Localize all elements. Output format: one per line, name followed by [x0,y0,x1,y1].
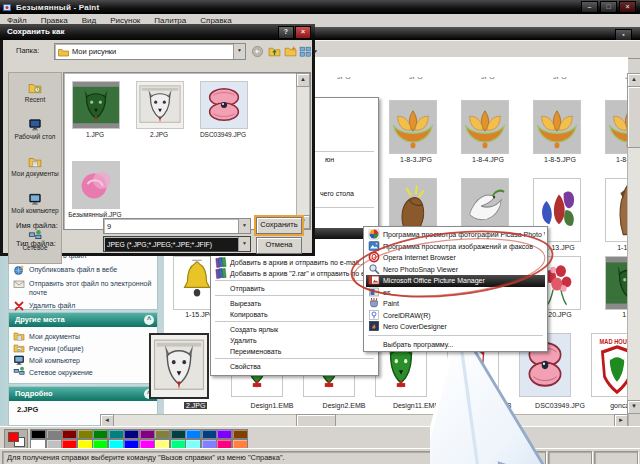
folder-label: Папка: [16,46,39,55]
folder-combobox[interactable]: Мои рисунки ▼ [54,43,246,60]
palette-color-#8000FF[interactable] [216,429,232,439]
filetype-label: Тип файла: [16,239,56,248]
dialog-scroll-up-button[interactable]: ▲ [296,73,310,87]
folder-icon [58,47,69,57]
context-menu-item-переименовать[interactable]: Переименовать [213,346,376,357]
folder-value: Мои рисунки [72,47,116,56]
up-folder-icon[interactable] [268,44,281,57]
dialog-list-scrollbar[interactable] [296,73,310,229]
menu-separator [215,295,374,296]
corel-icon [368,310,380,322]
open-with-item-coreldraw-r-[interactable]: CorelDRAW(R) [366,310,545,322]
dialog-file-2.JPG[interactable] [136,81,184,129]
winrar-icon [215,268,227,279]
picasa-icon [368,229,380,241]
dialog-file-Безымянный.JPG[interactable] [72,161,120,209]
open-with-item-microsoft-office-picture-manager[interactable]: Microsoft Office Picture Manager [366,275,545,287]
open-with-item-paint[interactable]: Paint [366,298,545,310]
vertical-scrollbar-thumb[interactable] [627,86,640,148]
dialog-body: Папка: Мои рисунки ▼ ▼ RecentРабочий сто… [3,40,312,253]
palette-color-#008080[interactable] [108,429,124,439]
nero-cover-icon [368,321,380,333]
places-bar-recent[interactable]: Recent [9,81,61,103]
filetype-value: JPEG (*.JPG;*.JPEG;*.JPE;*.JFIF) [107,241,212,248]
picture-manager-icon [368,275,380,287]
places-bar-мои-документы[interactable]: Мои документы [9,155,61,177]
context-menu-item-добавить-в-архив-и-отправить-по-e-mail-[interactable]: Добавить в архив и отправить по e-mail..… [213,257,376,268]
new-folder-icon[interactable] [284,44,297,57]
menu-separator [215,321,374,322]
open-with-item-программа-просмотра-фотографий-picasa-photo-viewer[interactable]: Программа просмотра фотографий Picasa Ph… [366,229,545,241]
context-menu-item-вырезать[interactable]: Вырезать [213,298,376,309]
palette-color-#004080[interactable] [201,429,217,439]
cancel-button[interactable]: Отмена [256,237,302,254]
menu-separator [215,280,374,281]
places-bar-рабочий-стол[interactable]: Рабочий стол [9,118,61,140]
context-menu-item-копировать[interactable]: Копировать [213,309,376,320]
palette-color-#008000[interactable] [92,429,108,439]
menu-separator [368,335,543,336]
filetype-dropdown-arrow[interactable]: ▼ [238,237,250,251]
palette-color-#004040[interactable] [170,429,186,439]
palette-color-#000080[interactable] [123,429,139,439]
photosnap-icon [368,264,380,276]
dialog-titlebar[interactable]: Сохранить как ? × [0,24,315,40]
palette-color-#800000[interactable] [61,429,77,439]
dialog-close-button[interactable]: × [295,26,311,39]
foreground-color-swatch [8,432,19,442]
context-menu-item-добавить-в-архив-2-rar-и-отправить-по-e-mail[interactable]: Добавить в архив "2.rar" и отправить по … [213,268,376,279]
places-bar-мой-компьютер[interactable]: Мой компьютер [9,192,61,214]
dialog-file-label: Безымянный.JPG [63,211,127,218]
screen: Безымянный - Paint –□× ФайлПравкаВидРису… [0,0,640,464]
paint-icon [368,298,380,310]
dialog-title: Сохранить как [7,27,65,36]
current-color-indicator[interactable] [4,429,28,449]
es-icon [368,287,380,299]
open-with-item-opera-internet-browser[interactable]: Opera Internet Browser [366,252,545,264]
views-dropdown-arrow[interactable]: ▼ [313,48,326,61]
hidden-menu-item-fragment[interactable]: чего стола [320,190,354,197]
dialog-help-button[interactable]: ? [278,26,294,39]
open-with-submenu: Программа просмотра фотографий Picasa Ph… [363,226,548,352]
context-menu-item-удалить[interactable]: Удалить [213,335,376,346]
palette-color-#804000[interactable] [232,429,248,439]
palette-color-#000000[interactable] [30,429,46,439]
opera-icon [368,252,380,264]
save-as-dialog: Сохранить как ? × Папка: Мои рисунки ▼ ▼… [0,24,315,256]
filename-input[interactable]: 9 ▼ [103,218,251,234]
palette-color-#800080[interactable] [139,429,155,439]
filename-value: 9 [107,222,111,231]
folder-dropdown-arrow[interactable]: ▼ [233,44,245,59]
filename-label: Имя файла: [16,221,58,230]
views-icon[interactable] [299,44,312,57]
places-bar: RecentРабочий столМои документыМой компь… [8,72,62,264]
dialog-file-1.JPG[interactable] [72,81,120,129]
fax-viewer-icon [368,241,380,253]
context-menu-item-свойства[interactable]: Свойства [213,361,376,372]
menu-separator [215,358,374,359]
dialog-file-label: 2.JPG [127,131,191,138]
winrar-icon [215,257,227,268]
open-with-item-программа-просмотра-изображений-и-факсов[interactable]: Программа просмотра изображений и факсов [366,241,545,253]
context-menu-item-отправить[interactable]: Отправить▶ [213,283,376,294]
dialog-file-label: 1.JPG [63,131,127,138]
palette-color-#0080FF[interactable] [185,429,201,439]
open-with-item-nero-coverdesigner[interactable]: Nero CoverDesigner [366,321,545,333]
open-with-item-nero-photosnap-viewer[interactable]: Nero PhotoSnap Viewer [366,264,545,276]
scroll-up-button[interactable]: ▲ [627,73,640,87]
back-icon[interactable] [251,44,264,57]
dialog-file-DSC03949.JPG[interactable] [200,81,248,129]
save-button[interactable]: Сохранить [256,217,302,234]
context-menu-item-создать-ярлык[interactable]: Создать ярлык [213,324,376,335]
dialog-file-label: DSC03949.JPG [191,131,255,138]
palette-color-#808080[interactable] [46,429,62,439]
open-with-item-выбрать-программу-[interactable]: Выбрать программу... [366,339,545,351]
hidden-menu-item-fragment[interactable]: юн [325,156,334,163]
filename-dropdown-arrow[interactable]: ▼ [238,219,250,233]
palette-color-#808000[interactable] [77,429,93,439]
open-with-item-es[interactable]: es [366,287,545,299]
filetype-select[interactable]: JPEG (*.JPG;*.JPEG;*.JPE;*.JFIF) ▼ [103,236,251,252]
dialog-file-list[interactable]: 1.JPG2.JPGDSC03949.JPGБезымянный.JPG▲▼ [63,72,311,230]
palette-color-#808040[interactable] [154,429,170,439]
